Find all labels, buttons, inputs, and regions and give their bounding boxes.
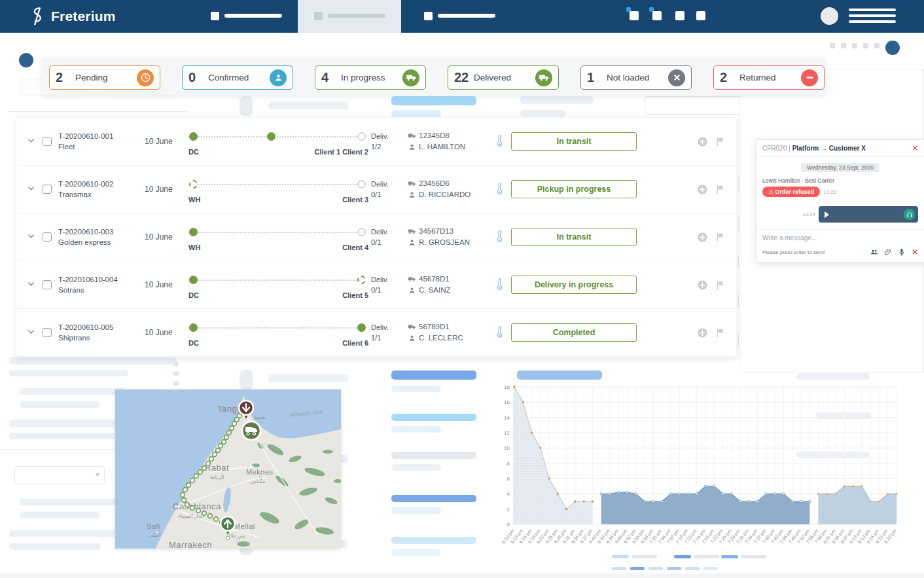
flag-icon[interactable]: [715, 184, 726, 195]
flag-icon[interactable]: [715, 232, 726, 243]
add-icon[interactable]: [697, 232, 708, 243]
temperature-icon[interactable]: [488, 278, 511, 292]
add-icon[interactable]: [697, 327, 708, 338]
row-checkbox[interactable]: [43, 232, 52, 242]
menu-line[interactable]: [849, 20, 896, 23]
status-button[interactable]: Delivery in progress: [511, 276, 637, 294]
shipment-row[interactable]: T-20200610-002 Transmax 10 June WH Clien…: [16, 166, 736, 213]
status-filter-pending[interactable]: 2 Pending: [49, 65, 160, 90]
status-filter-not-loaded[interactable]: 1 Not loaded: [580, 65, 692, 90]
skeleton-bar: [9, 433, 128, 439]
driver-name: C. LECLERC: [419, 333, 463, 344]
svg-text:12: 12: [504, 430, 510, 436]
add-icon[interactable]: [697, 136, 708, 147]
chevron-down-icon[interactable]: [27, 183, 43, 195]
user-avatar[interactable]: [821, 7, 838, 25]
status-filter-confirmed[interactable]: 0 Confirmed: [182, 65, 293, 90]
progress-line: [193, 232, 362, 233]
chat-close-icon[interactable]: ✕: [912, 144, 918, 153]
nav-item-1[interactable]: [211, 12, 219, 20]
menu-line[interactable]: [849, 9, 896, 11]
skeleton-bar: [517, 370, 602, 380]
chevron-down-icon[interactable]: [27, 279, 43, 291]
shipment-id: T-20200610-005: [58, 322, 145, 333]
nav-action-3[interactable]: [675, 11, 684, 20]
chat-message-input[interactable]: Write a message...: [762, 234, 918, 242]
nav-item-3-label[interactable]: [438, 14, 495, 18]
dropdown-select[interactable]: [14, 466, 105, 484]
nav-action-4[interactable]: [696, 11, 705, 20]
chevron-down-icon[interactable]: [27, 135, 43, 147]
chevron-down-icon[interactable]: [27, 327, 43, 338]
status-filter-returned[interactable]: 2 Returned: [713, 65, 825, 90]
skeleton-bar: [9, 357, 177, 365]
vehicle-block: 34567D13 R. GROSJEAN: [408, 226, 488, 249]
menu-line[interactable]: [849, 14, 896, 17]
shipment-row[interactable]: T-202010610-004 Sotrans 10 June DC Clien…: [16, 261, 736, 309]
chat-sender: Lewis Hamilton - Best Carrier: [762, 177, 918, 184]
row-checkbox[interactable]: [43, 137, 52, 146]
temperature-icon[interactable]: [488, 230, 511, 244]
shipment-row[interactable]: T-20200610-001 Fleet 10 June DC Client 1…: [16, 118, 736, 166]
group-icon[interactable]: [870, 248, 878, 256]
status-filter-in-progress[interactable]: 4 In progress: [315, 65, 426, 90]
temperature-icon[interactable]: [488, 134, 511, 149]
status-filters: 2 Pending 0 Confirmed 4 In progress 22 D…: [49, 65, 825, 90]
chevron-down-icon[interactable]: [27, 231, 43, 243]
row-checkbox[interactable]: [43, 280, 52, 289]
origin-node: [189, 132, 198, 141]
nav-tab-active[interactable]: [298, 0, 401, 33]
origin-label: DC: [188, 291, 199, 299]
flag-icon[interactable]: [715, 280, 726, 291]
row-checkbox[interactable]: [43, 328, 52, 337]
brand[interactable]: Freterium: [29, 7, 116, 26]
temperature-icon[interactable]: [488, 182, 511, 196]
shipment-row[interactable]: T-20200610-003 Golden express 10 June WH…: [16, 213, 736, 261]
delivery-count: 1/2: [371, 141, 401, 153]
route-map[interactable]: Tangier طنجة Alboran Sea Rabat الرباط Me…: [115, 389, 341, 549]
skeleton-bar: [173, 381, 179, 386]
status-filter-delivered[interactable]: 22 Delivered: [448, 65, 559, 90]
status-button[interactable]: Completed: [511, 323, 637, 342]
attachment-icon[interactable]: [884, 248, 892, 256]
order-refused-badge[interactable]: ⚠ Order refused: [762, 187, 820, 197]
nav-action-1[interactable]: [630, 11, 639, 20]
vehicle-marker-icon[interactable]: [242, 422, 260, 440]
nav-item-1-label[interactable]: [224, 14, 282, 18]
svg-text:6: 6: [507, 476, 510, 482]
nav-item-3[interactable]: [424, 12, 433, 20]
skeleton-bar: [240, 96, 253, 116]
shipment-date: 10 June: [145, 185, 189, 194]
shipment-row[interactable]: T-20200610-005 Shiptrans 10 June DC Clie…: [16, 309, 736, 357]
add-icon[interactable]: [697, 184, 708, 195]
row-checkbox[interactable]: [43, 185, 52, 194]
skeleton-bar: [20, 388, 124, 395]
status-count: 2: [720, 70, 739, 85]
shipment-id-block: T-20200610-001 Fleet: [58, 131, 145, 152]
flag-icon[interactable]: [715, 136, 726, 147]
skeleton-bar: [520, 110, 566, 117]
nav-action-2[interactable]: [652, 11, 662, 20]
status-button[interactable]: Pickup in progress: [511, 180, 637, 198]
status-button[interactable]: In transit: [511, 228, 637, 246]
audio-message[interactable]: [819, 206, 918, 223]
status-button[interactable]: In transit: [511, 132, 637, 151]
map-town-dot: [259, 476, 262, 479]
skeleton-bar: [268, 101, 348, 109]
origin-node: [189, 228, 198, 236]
play-icon[interactable]: [825, 211, 829, 218]
skeleton-bar: [19, 53, 33, 67]
status-count: 2: [56, 70, 75, 85]
flag-icon[interactable]: [715, 327, 726, 338]
delivery-label: Deliv.: [371, 131, 401, 142]
add-icon[interactable]: [697, 280, 708, 291]
microphone-icon[interactable]: [898, 248, 906, 256]
destination-label: Client 6: [342, 339, 368, 347]
cancel-icon[interactable]: ✕: [912, 247, 918, 257]
skeleton-bar: [391, 537, 476, 544]
person-icon: [270, 69, 287, 86]
temperature-icon[interactable]: [488, 325, 511, 340]
cross-icon: [668, 69, 685, 86]
delivery-count-block: Deliv. 0/1: [371, 179, 401, 200]
svg-text:0: 0: [507, 522, 510, 528]
